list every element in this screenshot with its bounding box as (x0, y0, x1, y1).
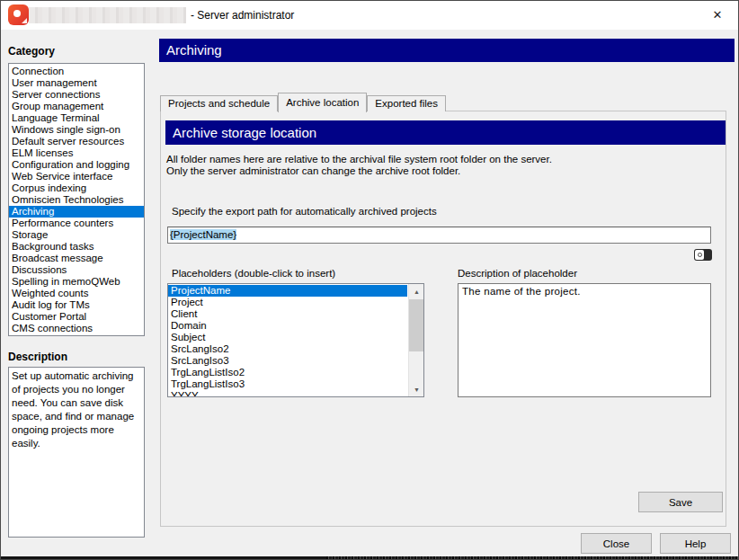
category-list-item[interactable]: ELM licenses (9, 147, 144, 159)
placeholders-list[interactable]: ProjectNameProjectClientDomainSubjectSrc… (167, 283, 424, 397)
scroll-down-icon[interactable]: ▼ (409, 382, 424, 396)
category-list-item[interactable]: Connection (9, 66, 144, 77)
placeholder-list-item[interactable]: SrcLangIso2 (168, 343, 407, 355)
export-path-label: Specify the export path for automaticall… (172, 206, 437, 217)
category-list-item[interactable]: User management (9, 77, 144, 89)
category-description-box: Set up automatic archiving of projects y… (8, 367, 145, 538)
category-list-item[interactable]: Language Terminal (9, 112, 144, 124)
category-list-item[interactable]: Web Service interface (9, 171, 144, 182)
scrollbar-thumb[interactable] (409, 299, 424, 351)
placeholder-description-label: Description of placeholder (458, 268, 577, 279)
placeholder-list-item[interactable]: TrgLangListIso3 (168, 378, 407, 390)
category-label: Category (8, 45, 55, 58)
info-line-1: All folder names here are relative to th… (166, 154, 552, 165)
category-list-item[interactable]: Weighted counts (9, 288, 144, 299)
category-list-item[interactable]: Performance counters (9, 218, 144, 229)
description-label: Description (8, 351, 67, 363)
placeholder-list-item[interactable]: Domain (168, 320, 407, 332)
page-title: Archiving (159, 39, 735, 62)
category-list-item[interactable]: Discussions (9, 264, 144, 276)
placeholder-list-item[interactable]: YYYY (168, 390, 407, 397)
export-path-input[interactable]: {ProjectName} (167, 227, 711, 244)
title-bar: - Server administrator ✕ (1, 1, 738, 30)
category-list-item[interactable]: Configuration and logging (9, 159, 144, 171)
category-list-item[interactable]: Windows single sign-on (9, 124, 144, 136)
category-list-item[interactable]: Customer Portal (9, 311, 144, 323)
placeholder-list-item[interactable]: Client (168, 308, 407, 320)
redacted-server-name (29, 7, 186, 23)
category-list-item[interactable]: Audit log for TMs (9, 299, 144, 311)
close-icon: ✕ (713, 8, 723, 22)
save-button[interactable]: Save (638, 492, 723, 512)
placeholder-description-box: The name of the project. (458, 283, 711, 397)
category-list-item[interactable]: Archiving (9, 206, 144, 218)
scroll-up-icon[interactable]: ▲ (409, 284, 424, 298)
category-list[interactable]: ConnectionUser managementServer connecti… (8, 63, 145, 336)
case-toggle-icon[interactable] (694, 249, 712, 261)
placeholders-label: Placeholders (double-click to insert) (172, 268, 335, 279)
category-list-item[interactable]: Broadcast message (9, 253, 144, 264)
server-administrator-window: - Server administrator ✕ Category Connec… (0, 0, 739, 560)
placeholder-list-item[interactable]: SrcLangIso3 (168, 355, 407, 367)
category-list-item[interactable]: Group management (9, 101, 144, 112)
category-list-item[interactable]: Corpus indexing (9, 182, 144, 194)
placeholders-scrollbar[interactable]: ▲ ▼ (408, 284, 423, 396)
category-list-item[interactable]: Spelling in memoQWeb (9, 276, 144, 288)
placeholder-list-item[interactable]: TrgLangListIso2 (168, 367, 407, 378)
placeholder-list-item[interactable]: ProjectName (168, 285, 407, 297)
placeholder-list-item[interactable]: Subject (168, 332, 407, 343)
category-list-item[interactable]: Server connections (9, 89, 144, 101)
export-path-value: {ProjectName} (170, 229, 236, 240)
section-title: Archive storage location (165, 120, 726, 145)
placeholder-list-item[interactable]: Project (168, 297, 407, 308)
tab-strip: Projects and scheduleArchive locationExp… (160, 92, 446, 111)
tab[interactable]: Archive location (278, 93, 367, 112)
help-button[interactable]: Help (660, 533, 731, 554)
info-text: All folder names here are relative to th… (166, 154, 552, 177)
tab[interactable]: Projects and schedule (160, 95, 278, 111)
redacted-bottom-strip (1, 556, 739, 560)
info-line-2: Only the server administrator can change… (166, 165, 552, 177)
category-list-item[interactable]: CMS connections (9, 323, 144, 334)
category-list-item[interactable]: Storage (9, 229, 144, 241)
tab[interactable]: Exported files (367, 95, 446, 111)
memoq-logo-icon (8, 4, 29, 25)
close-button[interactable]: Close (581, 533, 652, 554)
category-list-item[interactable]: Background tasks (9, 241, 144, 253)
window-title: - Server administrator (191, 9, 294, 22)
category-list-item[interactable]: Default server resources (9, 136, 144, 147)
category-list-item[interactable]: Omniscien Technologies (9, 194, 144, 206)
close-window-button[interactable]: ✕ (697, 1, 738, 29)
